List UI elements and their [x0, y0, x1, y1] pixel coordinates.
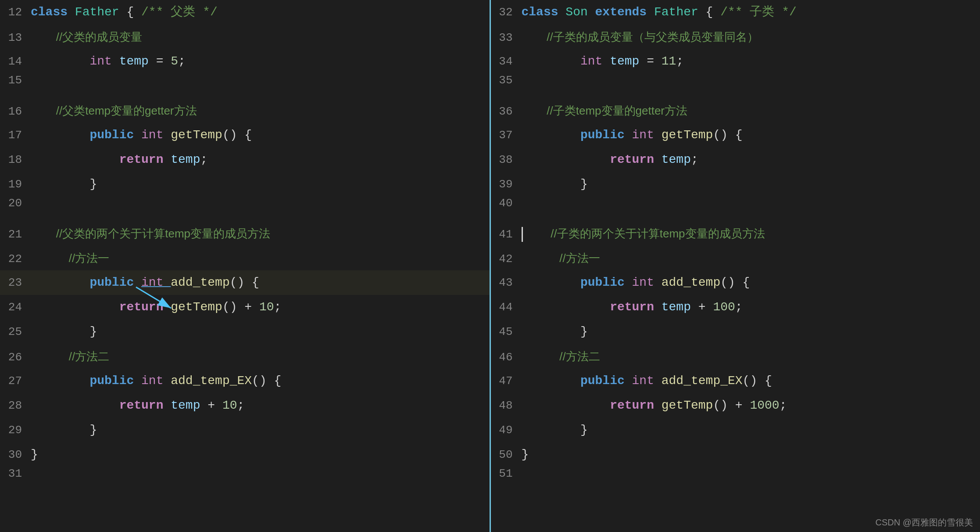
- token-fn: getTemp: [662, 128, 713, 142]
- code-line: 50}: [491, 442, 980, 467]
- token-type-int: int: [632, 374, 662, 388]
- token-plain: }: [522, 448, 529, 461]
- token-comment-cn: //子类的成员变量（与父类成员变量同名）: [522, 30, 758, 43]
- token-num: 5: [171, 54, 178, 68]
- token-type-int: int: [632, 128, 662, 142]
- line-number: 14: [4, 55, 31, 68]
- token-num: 10: [259, 300, 274, 314]
- token-fn: add_temp_EX: [171, 374, 252, 388]
- line-number: 28: [4, 399, 31, 412]
- line-content: public int add_temp() {: [31, 270, 485, 295]
- token-fn: add_temp_EX: [662, 374, 743, 388]
- code-line: 16 //父类temp变量的getter方法: [0, 98, 490, 123]
- token-kw-blue: public: [89, 276, 141, 289]
- line-number: 51: [495, 467, 522, 480]
- token-plain: [522, 128, 580, 142]
- token-plain: ;: [735, 300, 743, 314]
- code-line: 47 public int add_temp_EX() {: [491, 369, 980, 393]
- token-fn: add_temp: [662, 276, 720, 289]
- token-classname: Son: [565, 5, 595, 19]
- token-plain: [522, 374, 580, 388]
- token-plain: [522, 153, 610, 166]
- token-fn: getTemp: [171, 128, 222, 142]
- token-plain: [522, 300, 610, 314]
- token-comment-cn: //方法一: [522, 252, 600, 265]
- line-content: int temp = 5;: [31, 49, 485, 74]
- token-plain: }: [31, 325, 97, 338]
- token-plain: () {: [720, 276, 750, 289]
- code-line: 32class Son extends Father { /** 子类 */: [491, 0, 980, 25]
- code-line: 44 return temp + 100;: [491, 295, 980, 320]
- line-content: }: [31, 172, 485, 197]
- line-content: }: [31, 418, 485, 442]
- code-line: 38 return temp;: [491, 147, 980, 172]
- token-num: 10: [222, 399, 237, 412]
- token-classname: Father: [75, 5, 127, 19]
- line-number: 41: [495, 228, 522, 241]
- line-content: public int getTemp() {: [522, 123, 976, 147]
- token-plain: ;: [780, 399, 787, 412]
- code-line: 15: [0, 74, 490, 98]
- token-classname: Father: [654, 5, 706, 19]
- token-type-int: int: [632, 276, 662, 289]
- token-type-int: int: [141, 374, 171, 388]
- line-number: 47: [495, 374, 522, 388]
- code-line: 22 //方法一: [0, 246, 490, 270]
- line-number: 12: [4, 6, 31, 19]
- code-line: 26 //方法二: [0, 344, 490, 369]
- token-plain: }: [31, 423, 97, 437]
- code-line: 36 //子类temp变量的getter方法: [491, 98, 980, 123]
- line-number: 32: [495, 6, 522, 19]
- line-content: }: [522, 172, 976, 197]
- line-content: public int getTemp() {: [31, 123, 485, 147]
- line-number: 27: [4, 374, 31, 388]
- code-line: 19 }: [0, 172, 490, 197]
- token-comment-cn: //方法二: [522, 350, 600, 363]
- token-plain: [31, 374, 89, 388]
- token-comment-cn: //方法二: [31, 350, 109, 363]
- line-content: return temp;: [31, 147, 485, 172]
- token-comment-cn: //父类的成员变量: [31, 30, 142, 43]
- line-number: 13: [4, 31, 31, 44]
- token-comment-cn: //子类的两个关于计算temp变量的成员方法: [526, 227, 765, 240]
- token-fn: getTemp: [171, 300, 222, 314]
- token-kw: return: [119, 399, 171, 412]
- token-plain: }: [522, 325, 588, 338]
- token-kw: return: [119, 300, 171, 314]
- token-comment-cn: //父类的两个关于计算temp变量的成员方法: [31, 227, 270, 240]
- line-number: 29: [4, 424, 31, 437]
- line-content: public int add_temp_EX() {: [31, 369, 485, 393]
- code-line: 23 public int add_temp() {: [0, 270, 490, 295]
- code-line: 30}: [0, 442, 490, 467]
- token-plain: () {: [230, 276, 259, 289]
- token-plain: ;: [676, 54, 683, 68]
- token-plain: [31, 128, 89, 142]
- line-content: int temp = 11;: [522, 49, 976, 74]
- token-var: temp: [662, 300, 691, 314]
- token-plain: =: [156, 54, 171, 68]
- token-type-int: int: [580, 54, 610, 68]
- line-content: class Father { /** 父类 */: [31, 0, 485, 25]
- token-plain: [31, 276, 89, 289]
- line-number: 18: [4, 153, 31, 166]
- line-number: 20: [4, 197, 31, 210]
- line-content: //父类的两个关于计算temp变量的成员方法: [31, 221, 485, 247]
- line-number: 21: [4, 228, 31, 241]
- code-line: 29 }: [0, 418, 490, 442]
- code-line: 35: [491, 74, 980, 98]
- left-panel: 12class Father { /** 父类 */13 //父类的成员变量14…: [0, 0, 490, 532]
- code-line: 42 //方法一: [491, 246, 980, 270]
- line-content: //子类的成员变量（与父类成员变量同名）: [522, 25, 976, 50]
- line-number: 35: [495, 74, 522, 87]
- code-line: 33 //子类的成员变量（与父类成员变量同名）: [491, 25, 980, 49]
- token-kw: return: [610, 399, 662, 412]
- token-plain: ;: [274, 300, 282, 314]
- token-kw: return: [610, 300, 662, 314]
- token-var: temp: [171, 153, 200, 166]
- line-number: 39: [495, 178, 522, 191]
- line-content: class Son extends Father { /** 子类 */: [522, 0, 976, 25]
- code-line: 45 }: [491, 320, 980, 344]
- token-plain: }: [31, 177, 97, 191]
- token-kw-blue: public: [580, 276, 632, 289]
- token-plain: () +: [222, 300, 259, 314]
